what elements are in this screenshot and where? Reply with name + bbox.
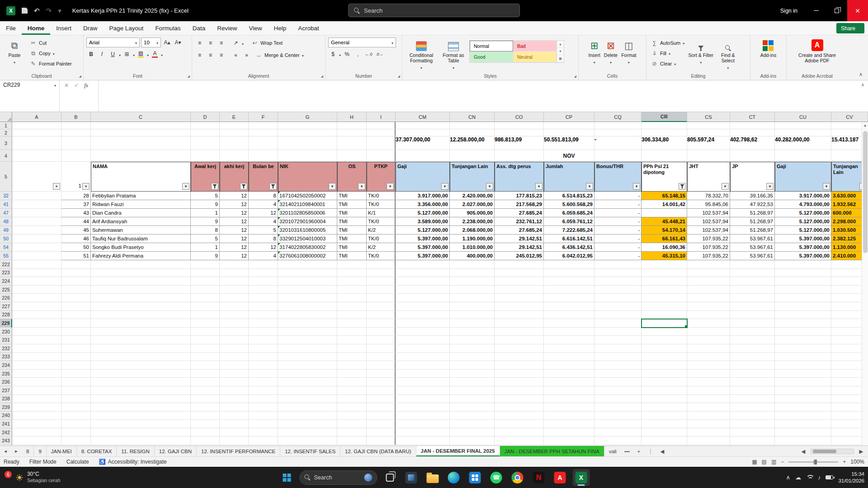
cell-G49[interactable]: 3201031610800005 xyxy=(278,226,337,235)
cell-D32[interactable]: 5 xyxy=(191,192,220,200)
page-layout-view-icon[interactable]: ▤ xyxy=(762,459,767,465)
cell-CU41[interactable]: 4.793.000,00 xyxy=(775,200,831,209)
cell-F50[interactable]: 8 xyxy=(249,235,278,243)
filter-arrow-icon[interactable]: ▾ xyxy=(82,183,90,190)
tab-left-icon[interactable]: ◀ xyxy=(656,446,668,456)
page-break-view-icon[interactable]: ▥ xyxy=(771,459,776,465)
fill-color-button[interactable]: ▨ xyxy=(136,49,146,59)
row-header-232[interactable]: 232 xyxy=(0,344,12,353)
vertical-scrollbar[interactable]: ▲ xyxy=(862,122,868,446)
cell-B50[interactable]: 46 xyxy=(61,235,91,243)
paste-button[interactable]: ⧉ Paste xyxy=(3,38,26,65)
cell-CN3[interactable]: 12.258.000,00 xyxy=(450,136,495,150)
row-header-231[interactable]: 231 xyxy=(0,336,12,344)
cell-CQ3[interactable]: - xyxy=(594,136,642,150)
header-cell-bulan-be[interactable]: Bulan be xyxy=(249,162,278,192)
sheet-tab-11-resign[interactable]: 11. RESIGN xyxy=(117,446,154,456)
row-header-233[interactable]: 233 xyxy=(0,353,12,361)
clear-button[interactable]: ⊘Clear xyxy=(649,58,686,69)
header-cell-jp[interactable]: JP▾ xyxy=(730,162,775,192)
cell-H41[interactable]: TMI xyxy=(337,200,367,209)
cell-F41[interactable]: 4 xyxy=(249,200,278,209)
shrink-font-button[interactable]: A▾ xyxy=(173,38,183,47)
orientation-button[interactable]: ↗ xyxy=(231,38,241,47)
filter-arrow-icon[interactable]: ▾ xyxy=(722,183,729,190)
cell-B49[interactable]: 45 xyxy=(61,226,91,235)
cell-H55[interactable]: TMI xyxy=(337,252,367,260)
menu-tab-insert[interactable]: Insert xyxy=(50,21,77,35)
row-header-235[interactable]: 235 xyxy=(0,370,12,378)
filter-arrow-icon[interactable]: ▾ xyxy=(766,183,774,190)
decrease-indent-button[interactable]: « xyxy=(231,50,241,60)
cell-CQ54[interactable]: - xyxy=(594,243,642,252)
task-view-button[interactable] xyxy=(382,469,399,486)
cell-CN55[interactable]: 400.000,00 xyxy=(450,252,495,260)
create-share-adobe-pdf-button[interactable]: A Create and Share Adobe PDF xyxy=(793,38,842,63)
font-color-button[interactable]: A xyxy=(150,49,160,59)
cell-D48[interactable]: 9 xyxy=(191,217,220,226)
row-header-228[interactable]: 228 xyxy=(0,311,12,319)
row-header-32[interactable]: 32 xyxy=(0,192,12,200)
gallery-scroll-strip[interactable]: ▲ ▼ ▦ xyxy=(557,40,564,63)
column-header-CT[interactable]: CT xyxy=(730,112,775,122)
cell-F49[interactable]: 5 xyxy=(249,226,278,235)
row-header-229[interactable]: 229 xyxy=(0,319,12,328)
gallery-down-icon[interactable]: ▼ xyxy=(557,48,564,55)
column-header-E[interactable]: E xyxy=(220,112,249,122)
whatsapp-button[interactable]: ☎ xyxy=(488,469,505,486)
bold-button[interactable]: B xyxy=(86,49,96,59)
vertical-scroll-thumb[interactable] xyxy=(863,131,868,253)
column-header-B[interactable]: B xyxy=(61,112,91,122)
column-header-CM[interactable]: CM xyxy=(396,112,450,122)
column-header-CO[interactable]: CO xyxy=(495,112,544,122)
cell-CN32[interactable]: 2.420.000,00 xyxy=(450,192,495,200)
filter-arrow-icon[interactable]: ▾ xyxy=(358,183,365,190)
row-header-4[interactable]: 4 xyxy=(0,150,12,162)
cell-F47[interactable]: 12 xyxy=(249,209,278,217)
addins-button[interactable]: Add-ins xyxy=(760,38,777,58)
selected-cell[interactable] xyxy=(642,319,687,328)
conditional-formatting-button[interactable]: Conditional Formatting xyxy=(405,38,438,70)
cell-CT48[interactable]: 51.268,97 xyxy=(730,217,775,226)
sign-in-button[interactable]: Sign in xyxy=(772,8,806,14)
filter-arrow-icon[interactable]: ▾ xyxy=(486,183,493,190)
align-right-button[interactable]: ≡ xyxy=(217,50,226,60)
underline-button[interactable]: U xyxy=(108,49,118,59)
column-header-CR[interactable]: CR xyxy=(642,112,687,122)
cell-CO54[interactable]: 29.142,51 xyxy=(495,243,544,252)
cell-CU54[interactable]: 5.397.000,00 xyxy=(775,243,831,252)
normal-view-icon[interactable]: ▦ xyxy=(752,459,757,465)
wrap-text-button[interactable]: ↩Wrap Text xyxy=(250,38,284,48)
status-ready[interactable]: Ready xyxy=(4,459,19,465)
menu-tab-data[interactable]: Data xyxy=(187,21,212,35)
name-box[interactable]: CR229 xyxy=(0,80,60,112)
column-header-D[interactable]: D xyxy=(191,112,220,122)
cell-CM48[interactable]: 3.589.000,00 xyxy=(396,217,450,226)
header-cell-pph-psl-21-dipotong[interactable]: PPh Psl 21 dipotong xyxy=(642,162,687,192)
column-header-H[interactable]: H xyxy=(337,112,367,122)
cell-I54[interactable]: K/2 xyxy=(367,243,396,252)
filter-arrow-icon[interactable]: ▾ xyxy=(387,183,394,190)
filter-arrow-icon[interactable]: ▾ xyxy=(441,183,448,190)
cell-CT50[interactable]: 53.967,61 xyxy=(730,235,775,243)
column-header-A[interactable]: A xyxy=(12,112,61,122)
row-header-50[interactable]: 50 xyxy=(0,235,12,243)
accessibility-status[interactable]: ♿ Accessibility: Investigate xyxy=(99,459,167,465)
cell-C48[interactable]: Arif Ardiansyah xyxy=(91,217,191,226)
middle-align-button[interactable]: ≡ xyxy=(206,38,215,47)
cell-CU48[interactable]: 5.127.000,00 xyxy=(775,217,831,226)
cell-CT49[interactable]: 51.268,97 xyxy=(730,226,775,235)
excel-taskbar-button[interactable]: X xyxy=(573,469,590,486)
redo-button[interactable]: ↷ xyxy=(46,7,52,15)
confirm-entry-icon[interactable]: ✓ xyxy=(74,82,79,89)
row-header-230[interactable]: 230 xyxy=(0,328,12,336)
cell-CQ47[interactable]: - xyxy=(594,209,642,217)
share-button[interactable]: Share xyxy=(836,23,864,33)
cell-CO41[interactable]: 217.568,29 xyxy=(495,200,544,209)
row-header-49[interactable]: 49 xyxy=(0,226,12,235)
status-calculate[interactable]: Calculate xyxy=(66,459,89,465)
menu-tab-help[interactable]: Help xyxy=(268,21,292,35)
cell-I41[interactable]: TK/0 xyxy=(367,200,396,209)
minimize-button[interactable] xyxy=(806,0,826,21)
menu-tab-page-layout[interactable]: Page Layout xyxy=(104,21,150,35)
